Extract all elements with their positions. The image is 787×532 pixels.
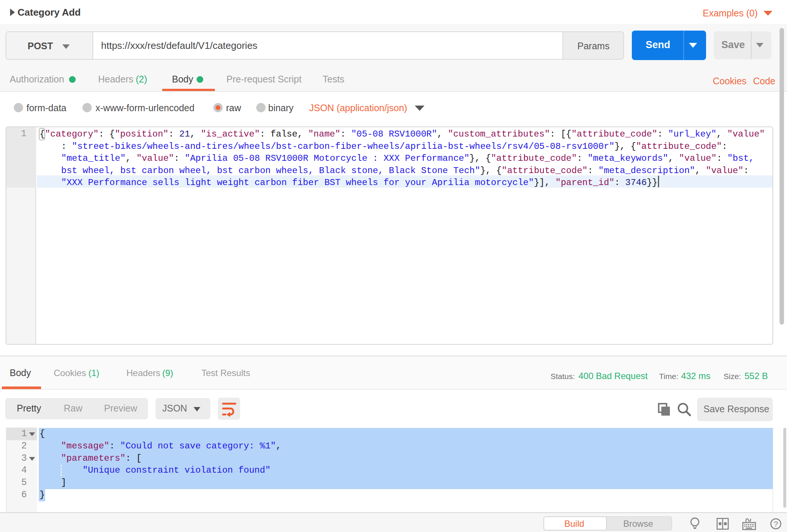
- svg-text:?: ?: [774, 520, 778, 528]
